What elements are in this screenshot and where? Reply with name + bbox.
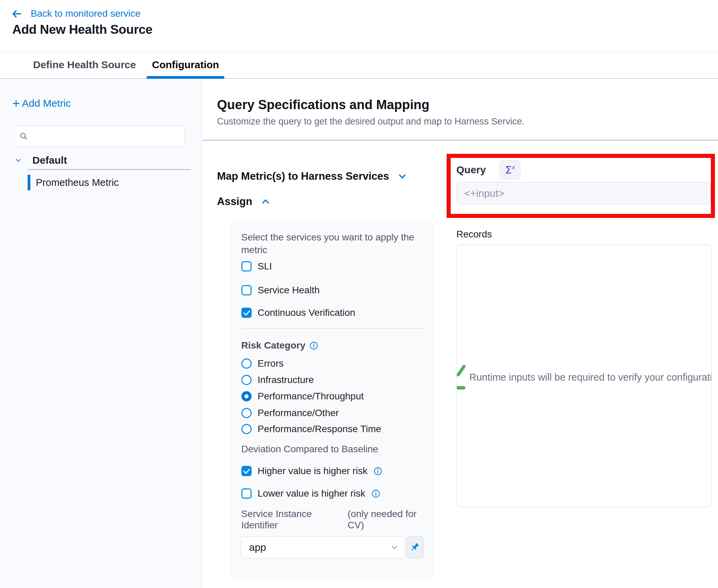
assign-panel: Select the services you want to apply th… <box>230 221 435 579</box>
service-instance-note: (only needed for CV) <box>348 508 423 531</box>
checkbox-unchecked-icon[interactable] <box>241 261 252 271</box>
metric-group-label: Default <box>32 155 67 166</box>
deviation-label: Deviation Compared to Baseline <box>241 444 378 455</box>
info-icon[interactable] <box>310 341 318 350</box>
pin-icon <box>410 543 420 552</box>
option-label: Errors <box>258 358 284 369</box>
plus-icon: + <box>12 98 20 108</box>
sidebar-item-prometheus-metric[interactable]: Prometheus Metric <box>28 175 119 190</box>
radio-unselected-icon[interactable] <box>241 424 252 434</box>
main-content: Query Specifications and Mapping Customi… <box>203 79 718 588</box>
runtime-message: Runtime inputs will be required to verif… <box>469 370 712 384</box>
chevron-up-icon <box>261 197 270 206</box>
panel-divider <box>241 328 424 329</box>
page-title: Add New Health Source <box>12 23 152 37</box>
sidebar: + Add Metric Default Prometheus Metric <box>0 79 202 588</box>
runtime-input-pencil-icon <box>457 365 467 392</box>
search-icon <box>19 132 28 141</box>
radio-unselected-icon[interactable] <box>241 408 252 418</box>
query-input[interactable] <box>457 182 711 204</box>
service-instance-value: app <box>249 542 390 553</box>
checkbox-unchecked-icon[interactable] <box>241 285 252 295</box>
radio-option-performance-throughput[interactable]: Performance/Throughput <box>241 391 364 402</box>
map-metrics-toggle[interactable]: Map Metric(s) to Harness Services <box>217 170 407 182</box>
query-label: Query <box>457 164 486 176</box>
radio-option-errors[interactable]: Errors <box>241 358 284 369</box>
back-link[interactable]: Back to monitored service <box>12 8 140 19</box>
query-section: Query Σx <box>447 154 715 218</box>
radio-selected-icon[interactable] <box>241 391 252 401</box>
radio-unselected-icon[interactable] <box>241 358 252 369</box>
checkbox-option-sli[interactable]: SLI <box>241 261 272 272</box>
section-title: Query Specifications and Mapping <box>217 98 430 112</box>
tab-define-health-source[interactable]: Define Health Source <box>33 52 136 78</box>
checkbox-option-service-health[interactable]: Service Health <box>241 285 320 296</box>
info-icon[interactable] <box>371 489 380 498</box>
page: Back to monitored service Add New Health… <box>0 0 718 588</box>
chevron-down-icon <box>14 157 22 164</box>
option-label: Continuous Verification <box>258 307 355 318</box>
map-metrics-label: Map Metric(s) to Harness Services <box>217 170 389 182</box>
option-label: Infrastructure <box>258 374 314 385</box>
sigma-icon: Σ <box>505 164 512 176</box>
metric-group-default[interactable]: Default <box>14 155 67 166</box>
back-link-label: Back to monitored service <box>31 8 140 19</box>
checkbox-option-higher-value-is-higher-risk[interactable]: Higher value is higher risk <box>241 466 383 476</box>
radio-option-performance-response-time[interactable]: Performance/Response Time <box>241 424 382 435</box>
option-label: Performance/Throughput <box>258 391 364 402</box>
search-input[interactable] <box>32 130 180 142</box>
checkbox-checked-icon[interactable] <box>241 308 252 318</box>
group-divider <box>28 169 191 170</box>
tab-bar: Define Health SourceConfiguration <box>0 52 718 79</box>
option-label: SLI <box>258 261 272 272</box>
radio-unselected-icon[interactable] <box>241 375 252 385</box>
pin-button[interactable] <box>407 536 423 558</box>
assign-label: Assign <box>217 195 252 208</box>
option-label: Higher value is higher risk <box>258 466 368 476</box>
checkbox-unchecked-icon[interactable] <box>241 488 252 499</box>
checkbox-option-continuous-verification[interactable]: Continuous Verification <box>241 307 355 318</box>
radio-option-infrastructure[interactable]: Infrastructure <box>241 374 314 385</box>
expression-sigma-button[interactable]: Σx <box>499 160 520 179</box>
header: Back to monitored service Add New Health… <box>0 0 718 52</box>
option-label: Service Health <box>258 285 320 296</box>
query-header: Query Σx <box>457 160 521 179</box>
metric-item-label: Prometheus Metric <box>36 177 119 188</box>
section-divider <box>203 140 718 141</box>
option-label: Performance/Other <box>258 408 339 418</box>
chevron-down-icon <box>398 172 407 181</box>
add-metric-label: Add Metric <box>22 98 71 109</box>
records-label: Records <box>457 229 492 240</box>
risk-category-header: Risk Category <box>241 340 318 351</box>
service-instance-select[interactable]: app <box>241 536 405 558</box>
info-icon[interactable] <box>374 467 383 475</box>
section-subtitle: Customize the query to get the desired o… <box>217 116 525 127</box>
selected-indicator <box>28 175 30 190</box>
option-label: Lower value is higher risk <box>258 488 365 499</box>
service-instance-label: Service Instance Identifier <box>241 508 327 531</box>
add-metric-button[interactable]: + Add Metric <box>12 98 71 109</box>
checkbox-option-lower-value-is-higher-risk[interactable]: Lower value is higher risk <box>241 488 380 499</box>
metric-search-box <box>14 126 185 147</box>
tab-configuration[interactable]: Configuration <box>152 52 219 78</box>
checkbox-checked-icon[interactable] <box>241 466 252 476</box>
option-label: Performance/Response Time <box>258 424 382 435</box>
records-box: Runtime inputs will be required to verif… <box>457 245 712 507</box>
chevron-down-icon <box>390 543 399 552</box>
assign-toggle[interactable]: Assign <box>217 195 270 208</box>
radio-option-performance-other[interactable]: Performance/Other <box>241 408 339 418</box>
sigma-sup: x <box>512 164 515 170</box>
risk-category-label: Risk Category <box>241 340 305 351</box>
services-prompt: Select the services you want to apply th… <box>241 231 419 256</box>
back-arrow-icon <box>12 9 22 18</box>
